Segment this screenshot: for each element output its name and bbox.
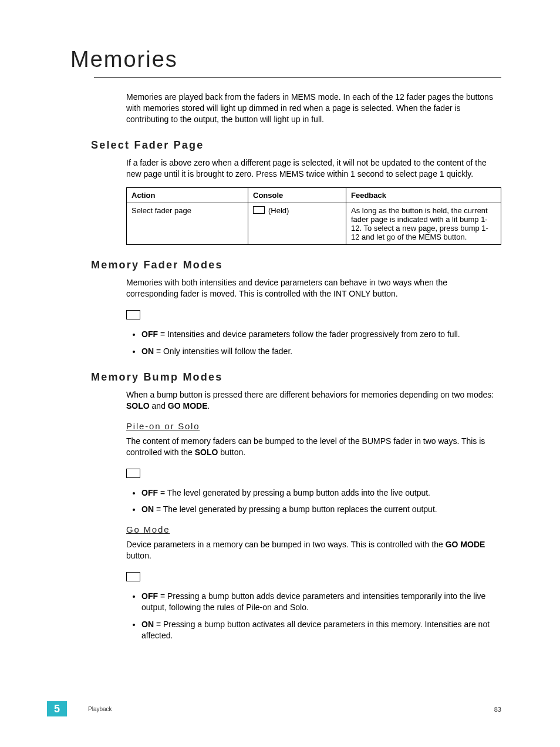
go-mode-paragraph: Device parameters in a memory can be bum… <box>126 539 501 561</box>
go-mode-list: OFF = Pressing a bump button adds device… <box>126 591 501 641</box>
table-header-row: Action Console Feedback <box>127 188 501 203</box>
go-mode-button-icon <box>126 572 140 581</box>
solo-button-icon <box>126 469 140 478</box>
chapter-number-badge: 5 <box>47 701 67 716</box>
th-console: Console <box>248 188 346 203</box>
pile-para-pre: The content of memory faders can be bump… <box>126 436 485 457</box>
mode-label: ON <box>141 504 154 514</box>
bump-mode2: GO MODE <box>168 401 208 410</box>
heading-go-mode: Go Mode <box>126 524 501 534</box>
heading-fader-modes: Memory Fader Modes <box>91 259 501 271</box>
list-item: ON = The level generated by pressing a b… <box>141 504 501 515</box>
list-item: OFF = The level generated by pressing a … <box>141 487 501 499</box>
pile-btn: SOLO <box>195 447 218 457</box>
bump-mode1: SOLO <box>126 401 150 410</box>
go-btn: GO MODE <box>446 540 485 549</box>
pile-para-post: button. <box>218 447 245 457</box>
go-para-post: button. <box>126 551 151 560</box>
th-action: Action <box>127 188 248 203</box>
pile-on-list: OFF = The level generated by pressing a … <box>126 487 501 516</box>
console-button-icon <box>253 206 265 214</box>
bump-and: and <box>150 401 168 410</box>
page-footer: 5 Playback 83 <box>0 701 560 719</box>
bump-period: . <box>207 401 210 410</box>
heading-pile-on: Pile-on or Solo <box>126 421 501 431</box>
title-rule <box>94 77 501 78</box>
fader-modes-list: OFF = Intensities and device parameters … <box>126 329 501 357</box>
pile-on-paragraph: The content of memory faders can be bump… <box>126 436 501 458</box>
heading-select-fader: Select Fader Page <box>91 139 501 152</box>
title-block: Memories <box>70 47 501 72</box>
int-only-button-icon <box>126 310 140 319</box>
mode-text: = Intensities and device parameters foll… <box>158 329 460 339</box>
footer-section-label: Playback <box>88 706 112 712</box>
list-item: ON = Only intensities will follow the fa… <box>141 346 501 357</box>
cell-action: Select fader page <box>127 203 248 245</box>
table-row: Select fader page (Held) As long as the … <box>127 203 501 245</box>
mode-text: = Only intensities will follow the fader… <box>154 346 292 356</box>
mode-text: = Pressing a bump button adds device par… <box>141 591 485 612</box>
mode-label: OFF <box>141 488 158 497</box>
list-item: ON = Pressing a bump button activates al… <box>141 619 501 641</box>
mode-label: OFF <box>141 329 158 339</box>
select-fader-paragraph: If a fader is above zero when a differen… <box>126 157 501 180</box>
list-item: OFF = Intensities and device parameters … <box>141 329 501 340</box>
mode-text: = The level generated by pressing a bump… <box>154 504 437 514</box>
cell-console: (Held) <box>248 203 346 245</box>
console-held-label: (Held) <box>268 206 289 215</box>
body-column: Memories are played back from the faders… <box>126 92 501 641</box>
go-para-pre: Device parameters in a memory can be bum… <box>126 540 446 549</box>
heading-bump-modes: Memory Bump Modes <box>91 371 501 383</box>
mode-label: OFF <box>141 591 158 601</box>
mode-text: = The level generated by pressing a bump… <box>158 488 430 497</box>
list-item: OFF = Pressing a bump button adds device… <box>141 591 501 613</box>
cell-feedback: As long as the button is held, the curre… <box>346 203 501 245</box>
fader-modes-paragraph: Memories with both intensities and devic… <box>126 277 501 300</box>
intro-paragraph: Memories are played back from the faders… <box>126 92 501 125</box>
mode-label: ON <box>141 346 154 356</box>
select-fader-table: Action Console Feedback Select fader pag… <box>126 187 501 245</box>
mode-label: ON <box>141 620 154 629</box>
mode-text: = Pressing a bump button activates all d… <box>141 620 490 640</box>
bump-para-pre: When a bump button is pressed there are … <box>126 390 494 399</box>
page-title: Memories <box>70 47 501 72</box>
footer-page-number: 83 <box>494 706 501 713</box>
bump-modes-paragraph: When a bump button is pressed there are … <box>126 389 501 412</box>
th-feedback: Feedback <box>346 188 501 203</box>
document-page: Memories Memories are played back from t… <box>0 0 560 747</box>
